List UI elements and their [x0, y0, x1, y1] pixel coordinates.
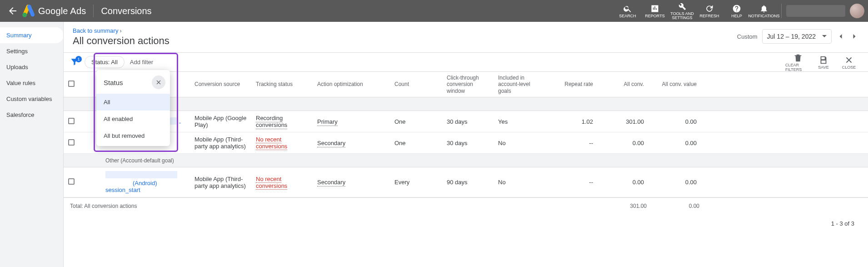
- tool-notifications[interactable]: NOTIFICATIONS: [750, 1, 778, 21]
- tool-reports[interactable]: REPORTS: [641, 1, 668, 21]
- cell-window: 90 days: [443, 175, 494, 189]
- chevron-down-icon: [822, 34, 827, 39]
- tool-refresh[interactable]: REFRESH: [696, 1, 723, 21]
- row-name-link[interactable]: -: [179, 119, 181, 126]
- row-name-link[interactable]: (Android) session_start: [105, 180, 157, 193]
- cell-action[interactable]: Secondary: [317, 179, 345, 186]
- dropdown-option-all-enabled[interactable]: All enabled: [96, 111, 170, 127]
- tool-settings[interactable]: TOOLS AND SETTINGS: [668, 1, 696, 21]
- table-row: Mobile App (Third-party app analytics) N…: [64, 132, 868, 154]
- filter-funnel[interactable]: 1: [70, 57, 80, 67]
- cell-tracking[interactable]: Recording conversions: [256, 115, 287, 129]
- sidebar-item-summary[interactable]: Summary: [0, 27, 64, 43]
- user-avatar[interactable]: [850, 4, 864, 18]
- dropdown-close-button[interactable]: [152, 76, 165, 89]
- back-arrow-icon[interactable]: [7, 5, 18, 16]
- cell-repeat: --: [547, 136, 599, 150]
- sidebar-item-settings[interactable]: Settings: [0, 43, 64, 59]
- cell-window: 30 days: [443, 136, 494, 150]
- account-block: [781, 4, 864, 18]
- close-icon: [844, 55, 854, 65]
- clear-filters-button[interactable]: CLEAR FILTERS: [785, 53, 811, 72]
- table-header: Conversion source Tracking status Action…: [64, 72, 868, 97]
- back-to-summary-link[interactable]: Back to summary: [73, 27, 118, 34]
- sidebar-item-salesforce[interactable]: Salesforce: [0, 107, 64, 123]
- col-all-conv-value[interactable]: All conv. value: [650, 78, 703, 90]
- brand-text: Google Ads: [38, 6, 86, 16]
- save-icon: [818, 55, 828, 65]
- side-nav: Summary Settings Uploads Value rules Cus…: [0, 22, 64, 267]
- sidebar-item-uploads[interactable]: Uploads: [0, 59, 64, 75]
- date-next-icon[interactable]: [850, 32, 859, 41]
- cell-source: Mobile App (Google Play): [191, 111, 252, 132]
- chevron-right-icon: ›: [120, 28, 121, 34]
- col-repeat-rate[interactable]: Repeat rate: [547, 78, 599, 90]
- redacted-name[interactable]: [105, 171, 177, 178]
- wrench-icon: [678, 2, 687, 11]
- tool-help[interactable]: HELP: [723, 1, 750, 21]
- footer-label: Total: All conversion actions: [64, 199, 191, 213]
- footer-allconv: 301.00: [599, 199, 650, 213]
- filter-chip-status[interactable]: Status: All: [85, 56, 125, 68]
- select-all-checkbox[interactable]: [64, 77, 85, 92]
- cell-tracking[interactable]: No recent conversions: [256, 176, 287, 190]
- trash-icon: [793, 53, 803, 63]
- col-click-window[interactable]: Click-through conversion window: [443, 72, 494, 97]
- col-action-optimization[interactable]: Action optimization: [314, 78, 391, 90]
- dropdown-option-all[interactable]: All: [96, 94, 170, 111]
- row-checkbox[interactable]: [64, 135, 85, 151]
- tool-search[interactable]: SEARCH: [614, 1, 641, 21]
- header-divider: [93, 5, 94, 17]
- close-filter-button[interactable]: CLOSE: [836, 55, 862, 70]
- row-checkbox[interactable]: [64, 174, 85, 191]
- cell-allconvval: 0.00: [650, 136, 703, 150]
- svg-point-0: [22, 13, 27, 17]
- reports-icon: [650, 4, 659, 13]
- footer-allconvval: 0.00: [650, 199, 703, 213]
- dropdown-title: Status: [104, 79, 123, 86]
- dropdown-option-all-but-removed[interactable]: All but removed: [96, 127, 170, 144]
- cell-allconv: 0.00: [599, 136, 650, 150]
- add-filter-link[interactable]: Add filter: [130, 59, 153, 65]
- sidebar-item-value-rules[interactable]: Value rules: [0, 75, 64, 91]
- cell-allconv: 301.00: [599, 115, 650, 129]
- cell-repeat: 1.02: [547, 115, 599, 129]
- table-row: (Android) session_start Mobile App (Thir…: [64, 167, 868, 197]
- cell-included: Yes: [494, 115, 547, 129]
- sidebar-item-custom-variables[interactable]: Custom variables: [0, 91, 64, 107]
- row-checkbox[interactable]: [64, 113, 85, 130]
- table-group-row: Down: [64, 97, 868, 111]
- date-custom-label: Custom: [737, 33, 758, 40]
- cell-allconv: 0.00: [599, 175, 650, 189]
- table-row: - Mobile App (Google Play) Recording con…: [64, 111, 868, 132]
- col-count[interactable]: Count: [391, 78, 443, 90]
- cell-repeat: --: [547, 175, 599, 189]
- pagination-label: 1 - 3 of 3: [64, 214, 868, 233]
- col-conversion-source[interactable]: Conversion source: [191, 78, 252, 90]
- filter-count-badge: 1: [75, 56, 82, 62]
- status-dropdown: Status All All enabled All but removed: [96, 70, 170, 146]
- save-filter-button[interactable]: SAVE: [811, 55, 836, 70]
- account-name-redacted[interactable]: [786, 5, 845, 17]
- cell-action[interactable]: Secondary: [317, 140, 345, 147]
- table-group-row: Other (Account-default goal): [64, 154, 868, 167]
- app-header: Google Ads Conversions SEARCH REPORTS TO…: [0, 0, 868, 22]
- col-included-goals[interactable]: Included in account-level goals: [494, 72, 547, 97]
- cell-included: No: [494, 136, 547, 150]
- brand-block: Google Ads: [22, 4, 86, 18]
- col-all-conv[interactable]: All conv.: [599, 78, 650, 90]
- date-prev-icon[interactable]: [836, 32, 845, 41]
- main-content: Back to summary› All conversion actions …: [64, 22, 868, 267]
- date-range-picker[interactable]: Jul 12 – 19, 2022: [762, 29, 832, 44]
- refresh-icon: [705, 4, 714, 13]
- cell-source: Mobile App (Third-party app analytics): [191, 172, 252, 193]
- cell-tracking[interactable]: No recent conversions: [256, 136, 287, 150]
- header-tools: SEARCH REPORTS TOOLS AND SETTINGS REFRES…: [614, 1, 778, 21]
- cell-allconvval: 0.00: [650, 175, 703, 189]
- bell-icon: [759, 4, 768, 13]
- help-icon: [732, 4, 741, 13]
- cell-count: One: [391, 136, 443, 150]
- cell-action[interactable]: Primary: [317, 118, 338, 126]
- date-range-label: Jul 12 – 19, 2022: [767, 33, 816, 40]
- col-tracking-status[interactable]: Tracking status: [252, 78, 314, 90]
